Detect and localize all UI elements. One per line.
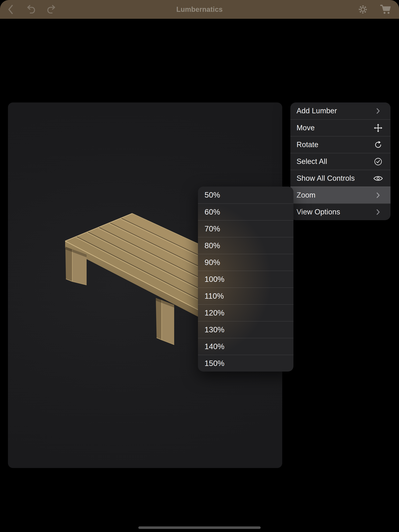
chevron-right-icon [376, 108, 380, 114]
settings-button[interactable] [357, 0, 369, 19]
menu-item-label: Show All Controls [297, 174, 373, 183]
zoom-option-140[interactable]: 140% [198, 338, 293, 355]
menu-item-label: Zoom [297, 191, 373, 199]
zoom-option-label: 60% [204, 208, 220, 216]
chevron-right-icon [376, 209, 380, 215]
menu-item-rotate[interactable]: Rotate [290, 136, 391, 153]
zoom-option-110[interactable]: 110% [198, 287, 293, 304]
zoom-option-120[interactable]: 120% [198, 304, 293, 321]
zoom-option-130[interactable]: 130% [198, 321, 293, 338]
menu-item-label: Move [297, 124, 373, 132]
top-navigation-bar: Lumbernatics [0, 0, 399, 19]
shopping-cart-icon [380, 4, 391, 15]
zoom-submenu: 50% 60% 70% 80% 90% 100% 110% 120% 130% … [198, 187, 293, 372]
home-indicator[interactable] [139, 526, 261, 529]
menu-item-show-all-controls[interactable]: Show All Controls [290, 170, 391, 187]
page-title: Lumbernatics [0, 0, 399, 19]
menu-item-label: Select All [297, 157, 373, 166]
zoom-option-label: 100% [204, 275, 224, 284]
menu-item-label: Rotate [297, 140, 373, 149]
rotate-clockwise-icon [374, 141, 382, 149]
menu-item-label: Add Lumber [297, 107, 373, 115]
checkmark-circle-icon [374, 158, 382, 166]
zoom-option-80[interactable]: 80% [198, 237, 293, 254]
zoom-option-60[interactable]: 60% [198, 203, 293, 220]
menu-item-view-options[interactable]: View Options [290, 203, 391, 220]
zoom-option-label: 130% [204, 325, 224, 334]
zoom-option-150[interactable]: 150% [198, 355, 293, 372]
gear-icon [358, 4, 368, 15]
zoom-option-label: 70% [204, 224, 220, 233]
zoom-option-label: 50% [204, 191, 220, 199]
zoom-option-70[interactable]: 70% [198, 220, 293, 237]
menu-item-move[interactable]: Move [290, 119, 391, 136]
zoom-option-label: 120% [204, 309, 224, 317]
menu-item-add-lumber[interactable]: Add Lumber [290, 102, 391, 119]
zoom-option-label: 110% [204, 292, 224, 300]
menu-item-label: View Options [297, 208, 373, 216]
zoom-option-100[interactable]: 100% [198, 271, 293, 287]
menu-item-zoom[interactable]: Zoom [290, 187, 391, 203]
cart-button[interactable] [379, 0, 392, 19]
zoom-option-90[interactable]: 90% [198, 254, 293, 271]
zoom-option-label: 90% [204, 258, 220, 267]
move-arrows-icon [374, 124, 383, 133]
zoom-option-label: 150% [204, 359, 224, 368]
zoom-option-label: 80% [204, 241, 220, 250]
context-menu: Add Lumber Move [290, 102, 391, 220]
ipad-screen: Lumbernatics [0, 0, 399, 532]
menu-item-select-all[interactable]: Select All [290, 153, 391, 170]
eye-icon [373, 175, 383, 182]
chevron-right-icon [376, 192, 380, 198]
zoom-option-label: 140% [204, 342, 224, 351]
zoom-option-50[interactable]: 50% [198, 187, 293, 203]
